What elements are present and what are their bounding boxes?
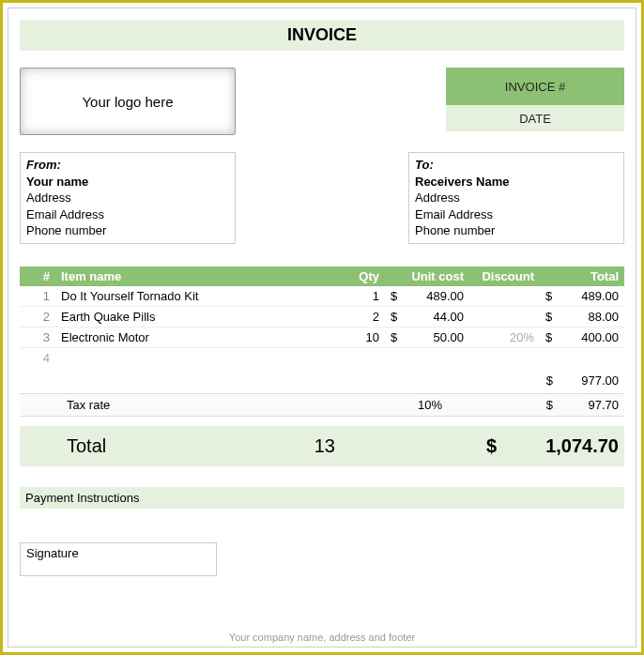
- header-row: Your logo here INVOICE # DATE: [20, 68, 624, 135]
- table-row: 1Do It Yourself Tornado Kit1$489.00$489.…: [20, 286, 624, 307]
- row-item: Earth Quake Pills: [55, 306, 338, 327]
- col-unit: Unit cost: [385, 267, 469, 286]
- row-num: 2: [20, 306, 55, 327]
- to-phone: Phone number: [415, 222, 618, 239]
- row-num: 3: [20, 327, 55, 347]
- to-name: Receivers Name: [415, 174, 618, 190]
- items-header-row: # Item name Qty Unit cost Discount Total: [20, 267, 624, 286]
- row-unit: $50.00: [385, 327, 469, 347]
- row-qty: 10: [338, 327, 385, 347]
- col-discount: Discount: [469, 267, 540, 286]
- table-row-empty: 4: [20, 347, 624, 368]
- page: INVOICE Your logo here INVOICE # DATE Fr…: [8, 8, 636, 647]
- from-phone: Phone number: [26, 222, 229, 239]
- row-unit: $44.00: [385, 306, 469, 327]
- items-table: # Item name Qty Unit cost Discount Total…: [20, 267, 624, 368]
- row-discount: [469, 286, 540, 307]
- from-box: From: Your name Address Email Address Ph…: [20, 152, 236, 244]
- grand-total-qty: 13: [251, 435, 335, 457]
- tax-value: 97.70: [553, 398, 619, 412]
- col-item: Item name: [55, 267, 338, 286]
- row-discount: [469, 306, 540, 327]
- row-item: Do It Yourself Tornado Kit: [55, 286, 338, 307]
- to-box: To: Receivers Name Address Email Address…: [408, 152, 624, 244]
- subtotal-value: 977.00: [553, 373, 619, 388]
- grand-total-value: 1,074.70: [497, 435, 619, 457]
- row-qty: 1: [338, 286, 385, 307]
- col-total: Total: [540, 267, 624, 286]
- invoice-number-label: INVOICE #: [446, 68, 624, 105]
- table-row: 2Earth Quake Pills2$44.00$88.00: [20, 306, 624, 327]
- row-num: 1: [20, 286, 55, 307]
- to-heading: To:: [415, 157, 618, 174]
- logo-placeholder: Your logo here: [20, 68, 236, 135]
- from-name: Your name: [26, 174, 229, 190]
- grand-total-row: Total 13 $ 1,074.70: [20, 426, 624, 466]
- address-row: From: Your name Address Email Address Ph…: [20, 152, 624, 244]
- table-row: 3Electronic Motor10$50.0020%$400.00: [20, 327, 624, 347]
- row-qty: 2: [338, 306, 385, 327]
- invoice-meta: INVOICE # DATE: [446, 68, 624, 135]
- subtotal-currency: $: [521, 373, 553, 388]
- to-email: Email Address: [415, 206, 618, 223]
- invoice-date-label: DATE: [446, 105, 624, 131]
- row-total: $489.00: [540, 286, 624, 307]
- row-total: $400.00: [540, 327, 624, 347]
- from-email: Email Address: [26, 206, 229, 223]
- to-address: Address: [415, 190, 618, 206]
- payment-instructions: Payment Instructions: [20, 487, 624, 509]
- page-border: INVOICE Your logo here INVOICE # DATE Fr…: [0, 0, 644, 655]
- grand-total-currency: $: [450, 435, 497, 457]
- signature-box: Signature: [20, 542, 217, 576]
- tax-label: Tax rate: [25, 398, 251, 412]
- col-num: #: [20, 267, 55, 286]
- tax-row: Tax rate 10% $ 97.70: [20, 393, 624, 417]
- from-address: Address: [26, 190, 229, 206]
- row-unit: $489.00: [385, 286, 469, 307]
- grand-total-label: Total: [25, 435, 251, 457]
- document-title: INVOICE: [20, 20, 624, 51]
- subtotal-row: $ 977.00: [20, 368, 624, 393]
- row-item: Electronic Motor: [55, 327, 338, 347]
- tax-rate: 10%: [251, 398, 521, 412]
- row-total: $88.00: [540, 306, 624, 327]
- from-heading: From:: [26, 157, 229, 174]
- col-qty: Qty: [338, 267, 385, 286]
- page-footer: Your company name, address and footer: [8, 632, 636, 643]
- row-discount: 20%: [469, 327, 540, 347]
- tax-currency: $: [521, 398, 553, 412]
